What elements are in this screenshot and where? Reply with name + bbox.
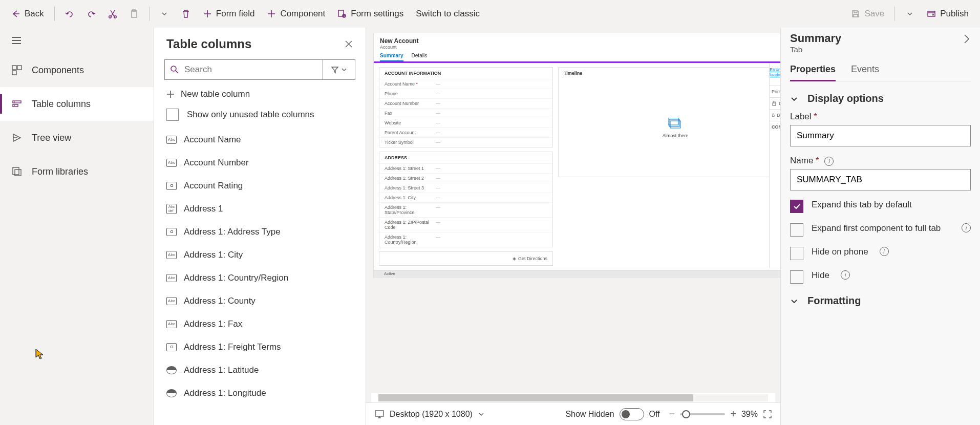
form-field-row[interactable]: Parent Account --- bbox=[379, 128, 552, 137]
column-item[interactable]: Address 1: Freight Terms bbox=[154, 335, 365, 358]
form-field-row[interactable]: Address 1: City--- bbox=[379, 193, 552, 202]
add-form-field-button[interactable]: Form field bbox=[198, 4, 260, 24]
expand-first-checkbox[interactable] bbox=[790, 223, 803, 237]
form-settings-button[interactable]: Form settings bbox=[332, 4, 409, 24]
svg-point-1 bbox=[114, 16, 116, 18]
form-field-row[interactable]: Account Number --- bbox=[379, 98, 552, 108]
hide-phone-checkbox[interactable] bbox=[790, 247, 803, 260]
form-field-row[interactable]: Address 1: Street 2--- bbox=[379, 173, 552, 183]
section-display-options[interactable]: Display options bbox=[790, 93, 971, 104]
section-timeline[interactable]: Timeline Almost there bbox=[558, 67, 780, 177]
device-selector[interactable]: Desktop (1920 x 1080) bbox=[374, 410, 485, 419]
info-icon[interactable]: i bbox=[880, 247, 889, 256]
column-item[interactable]: AbcAccount Number bbox=[154, 151, 365, 174]
search-input-wrapper[interactable] bbox=[164, 59, 323, 80]
email-field[interactable]: Email bbox=[770, 97, 780, 109]
cut-button[interactable] bbox=[103, 4, 122, 24]
canvas-horizontal-scrollbar[interactable] bbox=[371, 393, 775, 402]
form-field-row[interactable]: Address 1: Country/Region--- bbox=[379, 232, 552, 247]
components-icon bbox=[11, 65, 23, 76]
column-item[interactable]: AbcdefAddress 1 bbox=[154, 197, 365, 220]
form-field-row[interactable]: Address 1: Street 3--- bbox=[379, 183, 552, 193]
svg-point-0 bbox=[109, 16, 111, 18]
form-field-row[interactable]: Website --- bbox=[379, 118, 552, 128]
column-item-label: Address 1: County bbox=[184, 296, 255, 306]
save-chevron-button[interactable] bbox=[900, 4, 920, 24]
info-icon[interactable]: i bbox=[824, 157, 834, 166]
canvas: New Account Account Summary Details ACCO… bbox=[366, 28, 780, 425]
column-item[interactable]: AbcAddress 1: County bbox=[154, 289, 365, 312]
tree-view-icon bbox=[11, 132, 23, 143]
expand-default-checkbox[interactable] bbox=[790, 200, 803, 213]
hide-phone-row[interactable]: Hide on phone i bbox=[790, 247, 971, 260]
zoom-in-button[interactable]: + bbox=[730, 408, 736, 420]
close-panel-button[interactable] bbox=[344, 39, 353, 49]
switch-classic-button[interactable]: Switch to classic bbox=[411, 4, 485, 24]
hide-checkbox[interactable] bbox=[790, 270, 803, 284]
paste-chevron-button[interactable] bbox=[155, 4, 174, 24]
form-tab-details[interactable]: Details bbox=[412, 53, 428, 61]
form-field-row[interactable]: Account Name *--- bbox=[379, 79, 552, 89]
nav-table-columns[interactable]: Table columns bbox=[0, 87, 154, 121]
unused-toggle-row[interactable]: Show only unused table columns bbox=[154, 103, 366, 128]
show-hidden-toggle[interactable] bbox=[620, 408, 644, 420]
hamburger-button[interactable] bbox=[0, 28, 154, 53]
delete-button[interactable] bbox=[176, 4, 196, 24]
info-icon[interactable]: i bbox=[962, 223, 971, 232]
section-account-info[interactable]: ACCOUNT INFORMATION Account Name *---Pho… bbox=[379, 67, 553, 147]
primary-contact-field[interactable]: Primary Co bbox=[770, 86, 780, 97]
undo-button[interactable] bbox=[60, 4, 79, 24]
expand-panel-button[interactable] bbox=[963, 32, 971, 46]
column-item[interactable]: Account Rating bbox=[154, 174, 365, 197]
tab-events[interactable]: Events bbox=[851, 61, 879, 81]
column-item[interactable]: Address 1: Latitude bbox=[154, 358, 365, 381]
plus-icon bbox=[203, 9, 212, 18]
column-item[interactable]: Address 1: Address Type bbox=[154, 220, 365, 243]
nav-components[interactable]: Components bbox=[0, 53, 154, 87]
publish-button[interactable]: Publish bbox=[922, 4, 974, 24]
columns-list[interactable]: AbcAccount NameAbcAccount NumberAccount … bbox=[154, 128, 366, 425]
section-formatting[interactable]: Formatting bbox=[790, 295, 971, 307]
column-item[interactable]: AbcAddress 1: Country/Region bbox=[154, 266, 365, 289]
expand-first-row[interactable]: Expand first component to full tab i bbox=[790, 223, 971, 237]
zoom-out-button[interactable]: − bbox=[669, 408, 675, 420]
column-item[interactable]: AbcAddress 1: Fax bbox=[154, 312, 365, 335]
hide-row[interactable]: Hide i bbox=[790, 270, 971, 284]
zoom-value: 39% bbox=[741, 410, 758, 419]
info-icon[interactable]: i bbox=[841, 270, 850, 280]
form-field-row[interactable]: Address 1: Street 1--- bbox=[379, 163, 552, 173]
form-preview[interactable]: New Account Account Summary Details ACCO… bbox=[373, 33, 780, 278]
name-input[interactable] bbox=[790, 169, 971, 190]
back-button[interactable]: Back bbox=[6, 4, 49, 24]
fit-to-screen-button[interactable] bbox=[763, 410, 772, 419]
label-input[interactable] bbox=[790, 125, 971, 146]
section-address[interactable]: ADDRESS Address 1: Street 1---Address 1:… bbox=[379, 152, 553, 247]
expand-default-row[interactable]: Expand this tab by default bbox=[790, 200, 971, 213]
column-item[interactable]: Address 1: Longitude bbox=[154, 381, 365, 405]
form-field-row[interactable]: Phone --- bbox=[379, 89, 552, 98]
chevron-down-icon bbox=[790, 297, 798, 305]
redo-button[interactable] bbox=[81, 4, 101, 24]
unused-checkbox[interactable] bbox=[166, 109, 179, 121]
form-tab-summary[interactable]: Summary bbox=[380, 53, 403, 61]
column-item[interactable]: AbcAccount Name bbox=[154, 128, 365, 151]
business-field[interactable]: Business bbox=[770, 109, 780, 121]
form-field-label: Form field bbox=[216, 9, 255, 19]
form-field-row[interactable]: Address 1: State/Province--- bbox=[379, 202, 552, 217]
form-field-row[interactable]: Address 1: ZIP/Postal Code--- bbox=[379, 217, 552, 232]
publish-label: Publish bbox=[940, 9, 969, 19]
get-directions-button[interactable]: ◈ Get Directions bbox=[379, 251, 553, 266]
nav-tree-view[interactable]: Tree view bbox=[0, 121, 154, 155]
zoom-slider[interactable] bbox=[680, 413, 725, 415]
column-item[interactable]: AbcAddress 1: City bbox=[154, 243, 365, 266]
form-field-row[interactable]: Fax --- bbox=[379, 108, 552, 118]
new-table-column-button[interactable]: New table column bbox=[154, 85, 366, 103]
nav-form-libraries[interactable]: Form libraries bbox=[0, 155, 154, 188]
form-field-row[interactable]: Ticker Symbol --- bbox=[379, 137, 552, 147]
filter-button[interactable] bbox=[323, 59, 355, 80]
tab-properties[interactable]: Properties bbox=[790, 61, 836, 81]
search-input[interactable] bbox=[184, 65, 317, 75]
add-component-button[interactable]: Component bbox=[262, 4, 330, 24]
error-loading-link[interactable]: Error loading bbox=[770, 67, 780, 77]
plus-icon bbox=[166, 90, 175, 98]
